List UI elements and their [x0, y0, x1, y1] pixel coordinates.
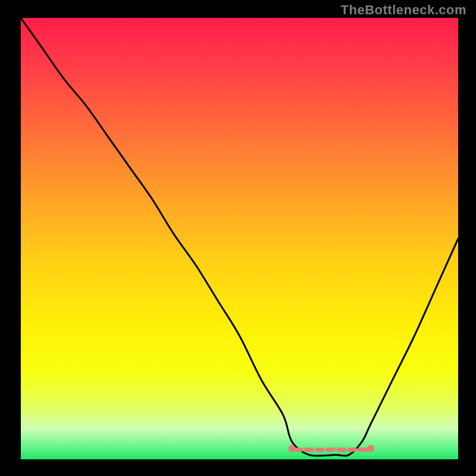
watermark-text: TheBottleneck.com: [341, 2, 466, 18]
svg-point-2: [367, 445, 374, 452]
chart-frame: { "watermark": "TheBottleneck.com", "cha…: [0, 0, 476, 476]
plot-background: [21, 18, 458, 459]
bottleneck-chart: [0, 0, 476, 476]
